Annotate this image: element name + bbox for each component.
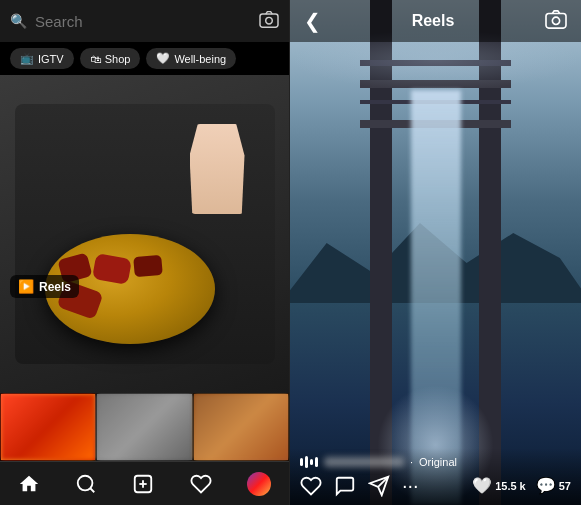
left-panel: 🔍 📺 IGTV 🛍 Shop 🤍 Well-being <box>0 0 290 505</box>
wellbeing-label: Well-being <box>174 53 226 65</box>
like-button[interactable] <box>300 475 322 497</box>
reel-background[interactable]: · Original <box>290 0 581 505</box>
home-nav-icon[interactable] <box>18 473 40 495</box>
svg-point-8 <box>552 17 559 24</box>
comments-stat: 💬 57 <box>536 476 571 495</box>
feed-image[interactable]: ▶️ Reels <box>0 75 289 393</box>
reels-badge: ▶️ Reels <box>10 275 79 298</box>
igtv-label: IGTV <box>38 53 64 65</box>
right-camera-icon[interactable] <box>545 9 567 34</box>
right-header: ❮ Reels <box>290 0 581 42</box>
comment-button[interactable] <box>334 475 356 497</box>
audio-label: Original <box>419 456 457 468</box>
tab-wellbeing[interactable]: 🤍 Well-being <box>146 48 236 69</box>
stats-group: 🤍 15.5 k 💬 57 <box>472 476 571 495</box>
right-actions: ··· 🤍 15.5 k 💬 57 <box>300 474 571 497</box>
likes-icon: 🤍 <box>472 476 492 495</box>
right-panel: ❮ Reels <box>290 0 581 505</box>
reels-title: Reels <box>412 12 455 30</box>
more-button[interactable]: ··· <box>402 474 419 497</box>
svg-point-2 <box>78 475 93 490</box>
tab-shop[interactable]: 🛍 Shop <box>80 48 141 69</box>
audio-wave <box>300 456 318 468</box>
username-blur <box>324 457 404 467</box>
wave-bar-1 <box>300 458 303 466</box>
thumbnail-2[interactable] <box>96 393 192 461</box>
thumbnail-1[interactable] <box>0 393 96 461</box>
heart-nav-icon[interactable] <box>190 473 212 495</box>
search-input[interactable] <box>35 13 251 30</box>
svg-point-1 <box>266 17 273 24</box>
add-nav-icon[interactable] <box>132 473 154 495</box>
right-bottom-overlay: · Original <box>290 448 581 505</box>
search-nav-icon[interactable] <box>75 473 97 495</box>
wave-bar-3 <box>310 459 313 465</box>
audio-dot: · <box>410 456 413 468</box>
igtv-icon: 📺 <box>20 52 34 65</box>
wave-bar-2 <box>305 456 308 468</box>
thumbnails-row <box>0 393 289 461</box>
profile-avatar[interactable] <box>247 472 271 496</box>
action-group-left: ··· <box>300 474 419 497</box>
shop-label: Shop <box>105 53 131 65</box>
svg-rect-7 <box>546 13 566 28</box>
shop-icon: 🛍 <box>90 53 101 65</box>
food-background <box>0 75 289 393</box>
audio-bar: · Original <box>300 456 571 468</box>
camera-icon[interactable] <box>259 10 279 33</box>
back-icon[interactable]: ❮ <box>304 9 321 33</box>
likes-stat: 🤍 15.5 k <box>472 476 526 495</box>
heart-icon: 🤍 <box>156 52 170 65</box>
comments-icon: 💬 <box>536 476 556 495</box>
wave-bar-4 <box>315 457 318 467</box>
svg-rect-0 <box>260 14 278 27</box>
comments-count: 57 <box>559 480 571 492</box>
tab-igtv[interactable]: 📺 IGTV <box>10 48 74 69</box>
left-bottom-nav <box>0 461 289 505</box>
search-icon: 🔍 <box>10 13 27 29</box>
svg-line-3 <box>90 488 94 492</box>
reels-badge-icon: ▶️ <box>18 279 34 294</box>
filter-tabs: 📺 IGTV 🛍 Shop 🤍 Well-being <box>0 42 289 75</box>
search-header: 🔍 <box>0 0 289 42</box>
likes-count: 15.5 k <box>495 480 526 492</box>
thumbnail-3[interactable] <box>193 393 289 461</box>
reels-badge-label: Reels <box>39 280 71 294</box>
share-button[interactable] <box>368 475 390 497</box>
